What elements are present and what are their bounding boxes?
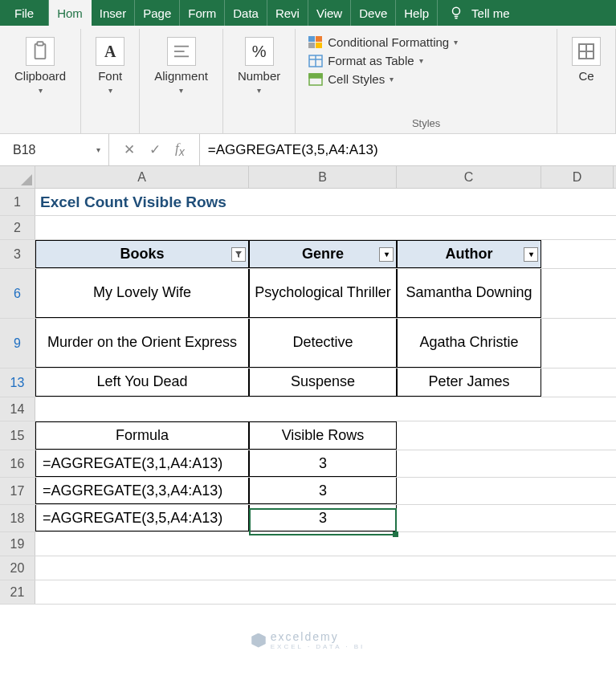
cell[interactable] [35,216,249,239]
row-header[interactable]: 21 [0,580,35,604]
tab-view[interactable]: View [308,0,351,26]
conditional-formatting-button[interactable]: Conditional Formatting ▾ [308,35,458,49]
cell[interactable] [397,478,541,504]
cell-selected[interactable]: 3 [249,505,397,531]
tab-page-layout[interactable]: Page [135,0,180,26]
row-header[interactable]: 3 [0,240,35,268]
cell[interactable] [397,397,541,421]
cell[interactable]: Excel Count Visible Rows [35,189,249,215]
cell[interactable] [397,556,541,580]
cell[interactable] [397,505,541,531]
cell-styles-button[interactable]: Cell Styles ▾ [308,72,458,86]
tab-file[interactable]: File [0,0,49,26]
cell[interactable] [249,556,397,580]
cell[interactable]: Samantha Downing [397,269,541,318]
tab-home[interactable]: Hom [49,0,92,26]
cell[interactable]: Murder on the Orient Express [35,319,249,368]
cell[interactable] [397,450,541,477]
formula-input[interactable] [200,142,616,158]
row-header[interactable]: 15 [0,421,35,450]
table-header-author[interactable]: Author ▾ [397,240,541,268]
insert-function-button[interactable]: fx [175,140,185,158]
cell[interactable]: Suspense [249,368,397,397]
font-button[interactable]: A Font ▾ [89,34,131,98]
cell[interactable]: =AGGREGATE(3,3,A4:A13) [35,478,249,504]
row-header[interactable]: 18 [0,505,35,531]
cell[interactable] [35,580,249,604]
cancel-formula-button[interactable]: ✕ [124,141,135,158]
cell[interactable] [35,397,249,421]
table-header-books[interactable]: Books [35,240,249,268]
row-header[interactable]: 13 [0,368,35,397]
tab-review[interactable]: Revi [267,0,308,26]
cell[interactable]: My Lovely Wife [35,269,249,318]
col-header-A[interactable]: A [35,166,249,188]
tab-developer[interactable]: Deve [351,0,396,26]
col-header-B[interactable]: B [249,166,397,188]
cell[interactable]: Visible Rows [249,421,397,450]
format-as-table-button[interactable]: Format as Table ▾ [308,54,458,67]
cell[interactable] [541,450,614,477]
cell[interactable] [541,532,614,556]
cell[interactable] [541,505,614,531]
cell[interactable] [249,532,397,556]
filter-dropdown-icon[interactable]: ▾ [524,247,538,262]
cell[interactable] [249,189,397,215]
cell[interactable] [249,580,397,604]
cell[interactable] [541,319,614,368]
row-header[interactable]: 14 [0,397,35,421]
cell[interactable]: Left You Dead [35,368,249,397]
cell[interactable] [249,397,397,421]
name-box[interactable]: B18 ▾ [5,134,109,165]
select-all-corner[interactable] [0,166,35,188]
cell[interactable] [541,478,614,504]
cell[interactable] [35,556,249,580]
row-header[interactable]: 20 [0,556,35,580]
enter-formula-button[interactable]: ✓ [149,141,161,158]
cell[interactable] [541,269,614,318]
cell[interactable] [541,580,614,604]
filter-active-icon[interactable] [231,247,246,262]
tab-formulas[interactable]: Form [180,0,225,26]
cell[interactable]: Formula [35,421,249,450]
cell[interactable] [397,532,541,556]
row-header[interactable]: 6 [0,269,35,318]
cell[interactable] [397,216,541,239]
cells-button[interactable]: Ce [565,34,607,86]
cell[interactable] [541,368,614,397]
cell[interactable]: Psychological Thriller [249,269,397,318]
cell[interactable]: Agatha Christie [397,319,541,368]
tab-data[interactable]: Data [225,0,267,26]
filter-dropdown-icon[interactable]: ▾ [379,247,394,262]
cell[interactable]: 3 [249,478,397,504]
clipboard-button[interactable]: Clipboard ▾ [8,34,72,98]
cell[interactable] [541,189,614,215]
cell[interactable] [397,421,541,450]
row-header[interactable]: 17 [0,478,35,504]
cell[interactable] [541,240,614,268]
cell[interactable]: Peter James [397,368,541,397]
col-header-D[interactable]: D [541,166,614,188]
cell[interactable] [249,216,397,239]
tab-insert[interactable]: Inser [92,0,135,26]
cell[interactable] [541,216,614,239]
row-header[interactable]: 16 [0,450,35,477]
row-header[interactable]: 1 [0,189,35,215]
tab-help[interactable]: Help [396,0,438,26]
cell[interactable]: 3 [249,450,397,477]
row-header[interactable]: 9 [0,319,35,368]
alignment-button[interactable]: Alignment ▾ [148,34,214,98]
tell-me-search[interactable]: Tell me [468,0,518,26]
cell[interactable]: Detective [249,319,397,368]
row-header[interactable]: 19 [0,532,35,556]
cell[interactable] [397,189,541,215]
cell[interactable]: =AGGREGATE(3,1,A4:A13) [35,450,249,477]
cell[interactable] [541,397,614,421]
cell[interactable] [541,556,614,580]
col-header-C[interactable]: C [397,166,541,188]
table-header-genre[interactable]: Genre ▾ [249,240,397,268]
cell[interactable]: =AGGREGATE(3,5,A4:A13) [35,505,249,531]
cell[interactable] [397,580,541,604]
number-button[interactable]: % Number ▾ [231,34,287,98]
cell[interactable] [35,532,249,556]
